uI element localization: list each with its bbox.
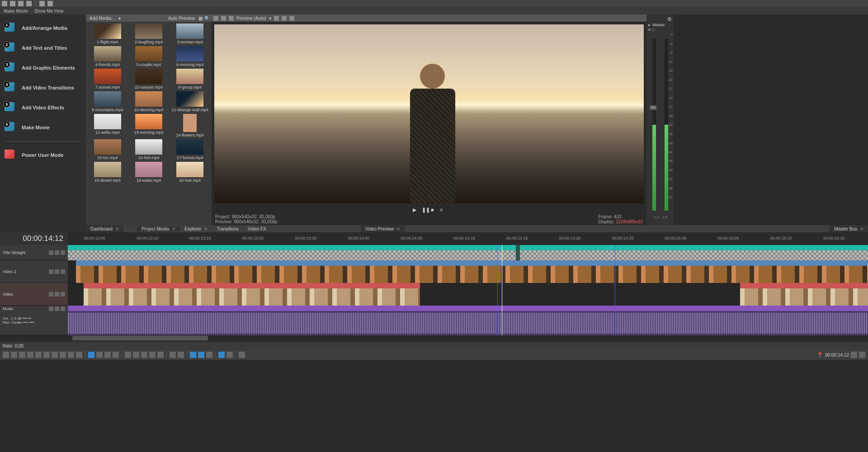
play-button[interactable] [27,352,33,358]
fx-icon[interactable] [49,292,53,297]
next-frame-button[interactable] [76,352,82,358]
timecode-display[interactable]: 00:00:14:12 [0,232,68,245]
close-icon[interactable]: ✕ [396,226,400,231]
search-icon[interactable]: 🔍 [204,16,210,21]
playhead[interactable] [502,245,502,335]
workflow-step[interactable]: 6Make Movie [2,118,84,137]
auto-preview-toggle[interactable]: Auto Preview [166,16,197,21]
tab-master-bus[interactable]: Master Bus✕ [830,225,868,232]
tool-button[interactable] [96,352,103,358]
open-icon[interactable] [18,1,24,6]
media-item[interactable]: 9-mountains.mp4 [88,91,127,112]
zoom-in-button[interactable] [859,352,865,358]
stop-button[interactable] [43,352,50,358]
fx-icon[interactable] [49,250,53,255]
make-movie-link[interactable]: Make Movie [4,9,28,14]
clip[interactable] [520,245,868,250]
tool-button[interactable] [178,352,184,358]
tool-button[interactable] [157,352,164,358]
play-start-button[interactable] [19,352,25,358]
zoom-out-button[interactable] [851,352,857,358]
clip[interactable] [740,283,868,288]
clip[interactable] [68,245,516,250]
waveform[interactable] [68,311,868,335]
power-user-mode-button[interactable]: Power User Mode [2,145,84,165]
tool-button[interactable] [239,352,245,358]
marker-button[interactable] [133,352,139,358]
menu-button[interactable]: ≡ [440,207,445,212]
tool-button[interactable] [149,352,156,358]
go-end-button[interactable] [60,352,66,358]
record-button[interactable] [3,352,9,358]
media-item[interactable]: 12-selfie.mp4 [88,114,127,137]
tool-button[interactable] [141,352,147,358]
marker-icon[interactable]: 📍 [817,352,823,358]
add-media-dropdown[interactable]: Add Media... [88,16,117,21]
prev-frame-button[interactable] [68,352,74,358]
mute-icon[interactable] [55,292,59,297]
workflow-step[interactable]: 3Add Graphic Elements [2,58,84,78]
snapshot-icon[interactable] [289,16,294,21]
view-icon[interactable]: ▦ [198,16,203,21]
loop-in-marker[interactable] [497,245,498,335]
solo-icon[interactable] [61,292,65,297]
media-item[interactable]: 8-group.mp4 [170,69,210,89]
bb-button[interactable]: BB [649,105,657,110]
menu-icon[interactable] [2,1,7,6]
split-icon[interactable] [229,16,234,21]
undo-icon[interactable] [39,1,45,6]
tool-button[interactable] [170,352,176,358]
show-me-how-link[interactable]: Show Me How [34,9,63,14]
play-button[interactable]: ▶ [413,207,418,212]
pause-button[interactable] [35,352,42,358]
loop-out-marker[interactable] [615,245,615,335]
overlay-icon[interactable] [274,16,279,21]
go-start-button[interactable] [52,352,58,358]
media-item[interactable]: 15-fun.mp4 [88,139,127,160]
media-item[interactable]: 1-flight.mp4 [88,24,127,44]
media-item[interactable]: 5-couple.mp4 [129,46,168,67]
media-item[interactable]: 20-hair.mp4 [170,162,210,183]
auto-ripple-button[interactable] [198,352,204,358]
mute-icon[interactable] [55,269,59,274]
tab[interactable]: Transitions [212,226,243,231]
tab[interactable]: Video FX [243,226,271,231]
fx-icon[interactable] [49,269,53,274]
clip[interactable] [68,306,868,311]
tab-dashboard[interactable]: Dashboard✕ [86,225,123,232]
tab[interactable]: Project Media✕ [137,226,180,231]
mute-icon[interactable] [55,250,59,255]
ripple-button[interactable] [190,352,196,358]
master-gear-icon[interactable]: ⚙ [648,16,672,22]
stop-button[interactable]: ■ [431,207,436,212]
media-item[interactable]: 2-laughing.mp4 [129,24,168,44]
media-item[interactable]: 3-woman.mp4 [170,24,210,44]
fx-icon[interactable] [221,16,226,21]
gear-icon[interactable] [213,16,218,21]
settings-icon[interactable] [26,1,32,6]
tool-button[interactable] [226,352,233,358]
close-icon[interactable]: ✕ [860,226,863,231]
media-item[interactable]: 13-morning.mp4 [129,114,168,137]
track-header-music[interactable]: Music Vol: -1,5 dB ━━○━ Pan: Center ━━○━… [0,306,68,335]
close-icon[interactable]: ✕ [115,226,119,231]
media-item[interactable]: 17-forrest.mp4 [170,139,210,160]
media-item[interactable]: 16-heli.mp4 [129,139,168,160]
save-icon[interactable] [10,1,15,6]
workflow-step[interactable]: 5Add Video Effects [2,98,84,118]
media-item[interactable]: 22-canyon.mp4 [129,69,168,89]
normal-edit-button[interactable] [88,352,94,358]
preview-mode-dropdown[interactable]: Preview (Auto) [236,16,266,21]
solo-icon[interactable] [61,269,65,274]
clip[interactable] [84,283,420,288]
media-item[interactable]: 10-dancing.mp4 [129,91,168,112]
workflow-step[interactable]: 1Add/Arrange Media [2,18,84,38]
media-item[interactable]: 18-desert.mp4 [88,162,127,183]
pause-button[interactable]: ❚❚ [422,207,427,212]
media-item[interactable]: 14-flowers.mp4 [170,114,210,137]
tool-button[interactable] [218,352,225,358]
tool-button[interactable] [104,352,111,358]
media-item[interactable]: 11-strange-wall.mp4 [170,91,210,112]
close-icon[interactable]: ✕ [204,226,208,231]
track-header-title[interactable]: Title Straight [0,245,68,260]
